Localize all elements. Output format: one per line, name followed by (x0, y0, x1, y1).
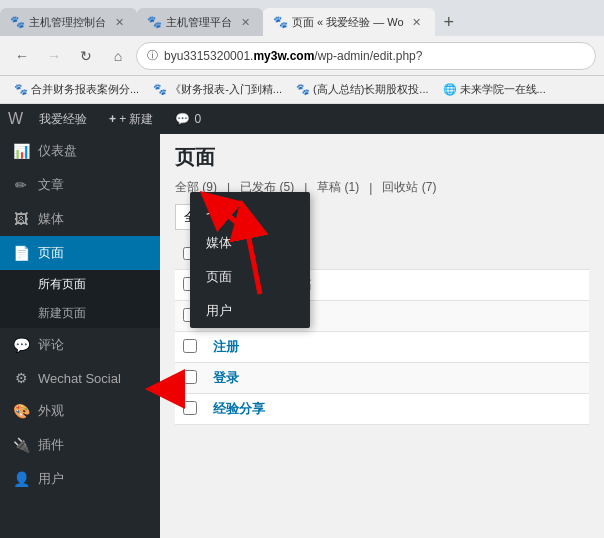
address-url-domain: my3w.com (253, 49, 314, 63)
row5-checkbox[interactable] (183, 401, 197, 415)
dashboard-label: 仪表盘 (38, 142, 77, 160)
dashboard-icon: 📊 (12, 143, 30, 159)
bookmark-1-favicon: 🐾 (14, 83, 28, 97)
tab-1-close[interactable]: ✕ (111, 14, 127, 30)
sidebar-item-appearance[interactable]: 🎨 外观 (0, 394, 160, 428)
wp-admin-bar: W 我爱经验 + + 新建 💬 0 (0, 104, 604, 134)
sidebar-item-users[interactable]: 👤 用户 (0, 462, 160, 496)
separator-3: | (369, 181, 372, 195)
bookmark-3-label: (高人总结)长期股权投... (313, 82, 429, 97)
sidebar-item-pages[interactable]: 📄 页面 (0, 236, 160, 270)
sidebar-item-comments[interactable]: 💬 评论 (0, 328, 160, 362)
address-url-prefix: byu3315320001. (164, 49, 253, 63)
sidebar-item-dashboard[interactable]: 📊 仪表盘 (0, 134, 160, 168)
users-label: 用户 (38, 470, 64, 488)
admin-bar-new-button[interactable]: + + 新建 (103, 104, 159, 134)
pages-label: 页面 (38, 244, 64, 262)
status-draft[interactable]: 草稿 (1) (317, 179, 359, 196)
media-label: 媒体 (38, 210, 64, 228)
tab-bar: 🐾 主机管理控制台 ✕ 🐾 主机管理平台 ✕ 🐾 页面 « 我爱经验 — Wo … (0, 0, 604, 36)
sidebar-subitem-all-pages[interactable]: 所有页面 (0, 270, 160, 299)
comments-nav-icon: 💬 (12, 337, 30, 353)
articles-label: 文章 (38, 176, 64, 194)
bookmark-3[interactable]: 🐾 (高人总结)长期股权投... (290, 80, 435, 99)
bookmark-1[interactable]: 🐾 合并财务报表案例分... (8, 80, 145, 99)
row5-title-cell: 经验分享 (205, 394, 589, 425)
plugins-label: 插件 (38, 436, 64, 454)
bookmark-1-label: 合并财务报表案例分... (31, 82, 139, 97)
row4-checkbox[interactable] (183, 370, 197, 384)
wechat-icon: ⚙ (12, 370, 30, 386)
table-row: 注册 (175, 332, 589, 363)
address-text: byu3315320001.my3w.com/wp-admin/edit.php… (164, 49, 585, 63)
tab-2-favicon: 🐾 (147, 15, 161, 29)
table-row: 经验分享 (175, 394, 589, 425)
forward-button[interactable]: → (40, 42, 68, 70)
back-button[interactable]: ← (8, 42, 36, 70)
row3-checkbox-cell (175, 332, 205, 363)
dropdown-item-page[interactable]: 页面 (190, 260, 310, 294)
row4-checkbox-cell (175, 363, 205, 394)
site-name: 我爱经验 (39, 111, 87, 128)
bookmark-2-favicon: 🐾 (153, 83, 167, 97)
dropdown-item-article[interactable]: 文章 (190, 192, 310, 226)
tab-3-close[interactable]: ✕ (409, 14, 425, 30)
row3-checkbox[interactable] (183, 339, 197, 353)
comments-icon: 💬 (175, 112, 190, 126)
plus-icon: + (109, 112, 116, 126)
sidebar-item-plugins[interactable]: 🔌 插件 (0, 428, 160, 462)
row4-title-cell: 登录 (205, 363, 589, 394)
bookmark-2[interactable]: 🐾 《财务报表-入门到精... (147, 80, 288, 99)
tab-2-close[interactable]: ✕ (237, 14, 253, 30)
sidebar-item-media[interactable]: 🖼 媒体 (0, 202, 160, 236)
browser-window: 🐾 主机管理控制台 ✕ 🐾 主机管理平台 ✕ 🐾 页面 « 我爱经验 — Wo … (0, 0, 604, 538)
sidebar-item-articles[interactable]: ✏ 文章 (0, 168, 160, 202)
tab-2[interactable]: 🐾 主机管理平台 ✕ (137, 8, 263, 36)
admin-bar-comments[interactable]: 💬 0 (169, 104, 207, 134)
row3-title-link[interactable]: 注册 (213, 339, 239, 354)
new-menu-dropdown: 文章 媒体 页面 用户 (190, 192, 310, 328)
admin-bar-site[interactable]: 我爱经验 (33, 104, 93, 134)
sidebar-subitem-new-page[interactable]: 新建页面 (0, 299, 160, 328)
reload-button[interactable]: ↻ (72, 42, 100, 70)
wordpress-wrapper: W 我爱经验 + + 新建 💬 0 📊 仪表盘 (0, 104, 604, 538)
row4-title-link[interactable]: 登录 (213, 370, 239, 385)
media-icon: 🖼 (12, 211, 30, 227)
tab-3[interactable]: 🐾 页面 « 我爱经验 — Wo ✕ (263, 8, 435, 36)
row5-title-link[interactable]: 经验分享 (213, 401, 265, 416)
new-tab-button[interactable]: + (435, 8, 463, 36)
dropdown-item-media[interactable]: 媒体 (190, 226, 310, 260)
home-button[interactable]: ⌂ (104, 42, 132, 70)
pages-icon: 📄 (12, 245, 30, 261)
tab-1-favicon: 🐾 (10, 15, 24, 29)
plugins-icon: 🔌 (12, 437, 30, 453)
comments-nav-label: 评论 (38, 336, 64, 354)
wp-sidebar: 📊 仪表盘 ✏ 文章 🖼 媒体 📄 页面 所有页面 新建页面 (0, 134, 160, 538)
users-icon: 👤 (12, 471, 30, 487)
articles-icon: ✏ (12, 177, 30, 193)
new-label: + 新建 (119, 111, 153, 128)
row5-checkbox-cell (175, 394, 205, 425)
appearance-label: 外观 (38, 402, 64, 420)
wp-logo-icon[interactable]: W (8, 110, 23, 128)
bookmark-4-label: 未来学院一在线... (460, 82, 546, 97)
status-trash[interactable]: 回收站 (7) (382, 179, 436, 196)
table-row: 登录 (175, 363, 589, 394)
address-url-path: /wp-admin/edit.php? (314, 49, 422, 63)
bookmark-4-favicon: 🌐 (443, 83, 457, 97)
bookmark-4[interactable]: 🌐 未来学院一在线... (437, 80, 552, 99)
bookmark-2-label: 《财务报表-入门到精... (170, 82, 282, 97)
page-title: 页面 (175, 144, 589, 171)
address-bar[interactable]: ⓘ byu3315320001.my3w.com/wp-admin/edit.p… (136, 42, 596, 70)
sidebar-section-pages: 所有页面 新建页面 (0, 270, 160, 328)
wechat-label: Wechat Social (38, 371, 121, 386)
tab-1[interactable]: 🐾 主机管理控制台 ✕ (0, 8, 137, 36)
bookmark-3-favicon: 🐾 (296, 83, 310, 97)
row3-title-cell: 注册 (205, 332, 589, 363)
comments-count: 0 (194, 112, 201, 126)
sidebar-item-wechat[interactable]: ⚙ Wechat Social (0, 362, 160, 394)
tab-3-favicon: 🐾 (273, 15, 287, 29)
appearance-icon: 🎨 (12, 403, 30, 419)
nav-bar: ← → ↻ ⌂ ⓘ byu3315320001.my3w.com/wp-admi… (0, 36, 604, 76)
dropdown-item-user[interactable]: 用户 (190, 294, 310, 328)
